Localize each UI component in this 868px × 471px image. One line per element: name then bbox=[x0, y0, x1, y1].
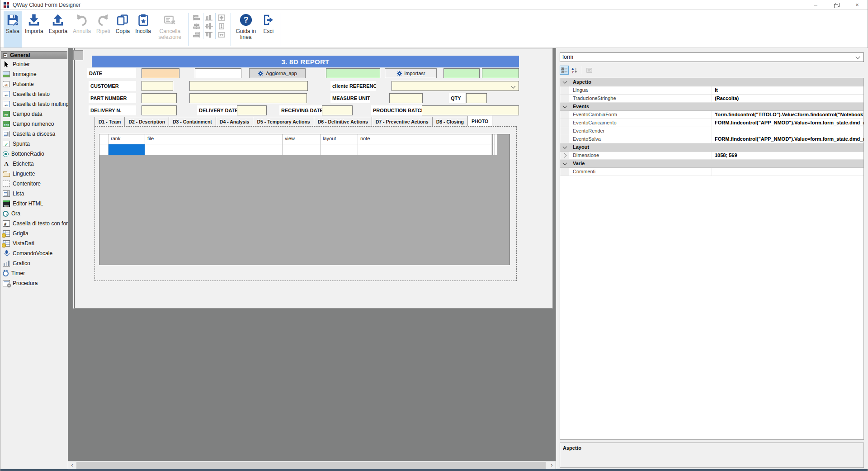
green-field-2[interactable] bbox=[443, 68, 480, 78]
toolbox-item[interactable]: Linguette bbox=[0, 169, 68, 179]
measure-unit-label[interactable]: MEASURE UNIT bbox=[330, 93, 370, 103]
scroll-right-arrow-icon[interactable]: › bbox=[548, 461, 556, 469]
import-button[interactable]: Importa bbox=[23, 11, 46, 48]
property-value[interactable]: it bbox=[712, 86, 863, 94]
property-row[interactable]: Layout bbox=[560, 143, 863, 152]
property-row[interactable]: TraduzioneStringhe (Raccolta) bbox=[560, 95, 863, 103]
toolbox-item[interactable]: Casella di testo multiriga bbox=[0, 99, 68, 109]
date-text-field[interactable] bbox=[195, 68, 241, 78]
toolbox-item[interactable]: Timer bbox=[0, 268, 68, 278]
toolbox-item[interactable]: Lista bbox=[0, 189, 68, 199]
cliente-reference-dropdown[interactable] bbox=[392, 81, 519, 91]
scroll-left-arrow-icon[interactable]: ‹ bbox=[68, 461, 76, 469]
part-number-code-field[interactable] bbox=[142, 93, 177, 103]
toolbox-item[interactable]: Spunta bbox=[0, 139, 68, 149]
toolbox-item[interactable]: VistaDati bbox=[0, 238, 68, 248]
undo-button[interactable]: Annulla bbox=[71, 11, 93, 48]
canvas-horizontal-scrollbar[interactable]: ‹ › bbox=[68, 461, 556, 469]
green-field-1[interactable] bbox=[326, 68, 380, 78]
qty-label[interactable]: QTY bbox=[449, 93, 465, 103]
grid-scroll-strip[interactable] bbox=[491, 144, 497, 155]
restore-button[interactable] bbox=[826, 0, 847, 10]
production-batch-label[interactable]: PRODUCTION BATCH bbox=[371, 105, 422, 115]
delivery-date-label[interactable]: DELIVERY DATE bbox=[197, 105, 237, 115]
toolbox-item[interactable]: Immagine bbox=[0, 69, 68, 79]
grid-col-view[interactable]: view bbox=[283, 134, 321, 144]
form-drag-handle[interactable] bbox=[73, 50, 83, 60]
customer-name-field[interactable] bbox=[189, 81, 308, 91]
design-canvas[interactable]: 3. 8D REPORT DATE Aggiorna_app importasr… bbox=[68, 48, 556, 469]
tab-d2-description[interactable]: D2 - Description bbox=[124, 117, 169, 126]
paste-button[interactable]: Incolla bbox=[133, 11, 153, 48]
resize-both-icon[interactable] bbox=[216, 13, 228, 22]
categorized-view-button[interactable] bbox=[560, 66, 569, 75]
scrollbar-thumb[interactable] bbox=[76, 462, 546, 469]
property-row[interactable]: Dimensione 1058; 569 bbox=[560, 152, 863, 160]
resize-height-icon[interactable] bbox=[216, 22, 228, 30]
property-value[interactable]: FORM.findcontrol("APP_NMOD").Value=form.… bbox=[712, 119, 863, 127]
clear-selection-button[interactable]: Cancella selezione bbox=[154, 11, 186, 48]
property-pages-button[interactable] bbox=[585, 66, 594, 75]
measure-unit-field[interactable] bbox=[389, 93, 423, 103]
grid-col-file[interactable]: file bbox=[145, 134, 283, 144]
property-value[interactable]: 1058; 569 bbox=[712, 152, 863, 159]
export-button[interactable]: Esporta bbox=[47, 11, 70, 48]
align-left-icon[interactable] bbox=[191, 13, 203, 22]
toolbox-item[interactable]: Pulsante bbox=[0, 79, 68, 89]
alphabetical-sort-button[interactable]: AZ bbox=[570, 66, 579, 75]
grid-scroll-strip[interactable] bbox=[491, 134, 497, 144]
photo-grid[interactable]: rank file view layout note bbox=[99, 134, 510, 265]
part-number-label[interactable]: PART NUMBER bbox=[89, 93, 136, 103]
receiving-date-label[interactable]: RECEIVING DATE bbox=[279, 105, 322, 115]
toolbox-group-header[interactable]: − General bbox=[1, 51, 67, 59]
date-field[interactable] bbox=[142, 68, 179, 78]
toolbox-item[interactable]: Etichetta bbox=[0, 159, 68, 169]
grid-row-selector[interactable] bbox=[99, 144, 108, 155]
property-row[interactable]: Aspetto bbox=[560, 78, 863, 86]
grid-col-layout[interactable]: layout bbox=[321, 134, 358, 144]
delivery-date-field[interactable] bbox=[237, 105, 267, 115]
save-button[interactable]: Salva bbox=[4, 11, 22, 48]
grid-cell[interactable] bbox=[358, 144, 491, 155]
close-button[interactable]: × bbox=[847, 0, 868, 10]
toolbox-item[interactable]: Editor HTML bbox=[0, 199, 68, 209]
qty-field[interactable] bbox=[466, 93, 487, 103]
align-bottom-icon[interactable] bbox=[203, 13, 216, 22]
property-row[interactable]: EventoSalva FORM.findcontrol("APP_NMOD")… bbox=[560, 135, 863, 143]
align-center-icon[interactable] bbox=[191, 22, 203, 30]
tab-d8-closing[interactable]: D8 - Closing bbox=[432, 117, 468, 126]
property-value[interactable]: FORM.findcontrol("APP_NMOD").Value=form.… bbox=[712, 135, 863, 143]
grid-selected-cell[interactable] bbox=[108, 144, 145, 155]
toolbox-item[interactable]: BottoneRadio bbox=[0, 149, 68, 159]
align-top-icon[interactable] bbox=[203, 30, 216, 39]
copy-button[interactable]: Copia bbox=[113, 11, 132, 48]
tab-d1-team[interactable]: D1 - Team bbox=[94, 117, 125, 126]
toolbox-item[interactable]: Pointer bbox=[0, 59, 68, 69]
grid-cell[interactable] bbox=[283, 144, 321, 155]
toolbox-item[interactable]: Procedura bbox=[0, 278, 68, 288]
object-selector-combobox[interactable]: form bbox=[560, 52, 864, 62]
grid-cell[interactable] bbox=[321, 144, 358, 155]
toolbox-item[interactable]: Casella a discesa bbox=[0, 129, 68, 139]
receiving-date-field[interactable] bbox=[322, 105, 353, 115]
tab-d4-analysis[interactable]: D4 - Analysis bbox=[216, 117, 254, 126]
redo-button[interactable]: Ripeti bbox=[94, 11, 113, 48]
customer-label[interactable]: CUSTOMER bbox=[89, 81, 136, 91]
toolbox-item[interactable]: Griglia bbox=[0, 228, 68, 238]
tab-photo[interactable]: PHOTO bbox=[467, 116, 492, 126]
green-field-3[interactable] bbox=[482, 68, 519, 78]
delivery-n-label[interactable]: DELIVERY N. bbox=[89, 105, 136, 115]
toolbox-item[interactable]: Campo data bbox=[0, 109, 68, 119]
toolbox-item[interactable]: Grafico bbox=[0, 258, 68, 268]
property-row[interactable]: Events bbox=[560, 103, 863, 111]
tab-d6-definitive-actions[interactable]: D6 - Definitive Actions bbox=[314, 117, 372, 126]
grid-row-selector-header[interactable] bbox=[99, 134, 108, 144]
property-row[interactable]: Lingua it bbox=[560, 86, 863, 95]
toolbox-item[interactable]: Casella di testo con formato bbox=[0, 219, 68, 228]
grid-col-rank[interactable]: rank bbox=[108, 134, 145, 144]
property-value[interactable] bbox=[712, 127, 863, 135]
property-row[interactable]: EventoRender bbox=[560, 127, 863, 135]
toolbox-item[interactable]: Contenitore bbox=[0, 179, 68, 189]
date-label[interactable]: DATE bbox=[87, 68, 136, 78]
exit-button[interactable]: Esci bbox=[259, 11, 278, 48]
